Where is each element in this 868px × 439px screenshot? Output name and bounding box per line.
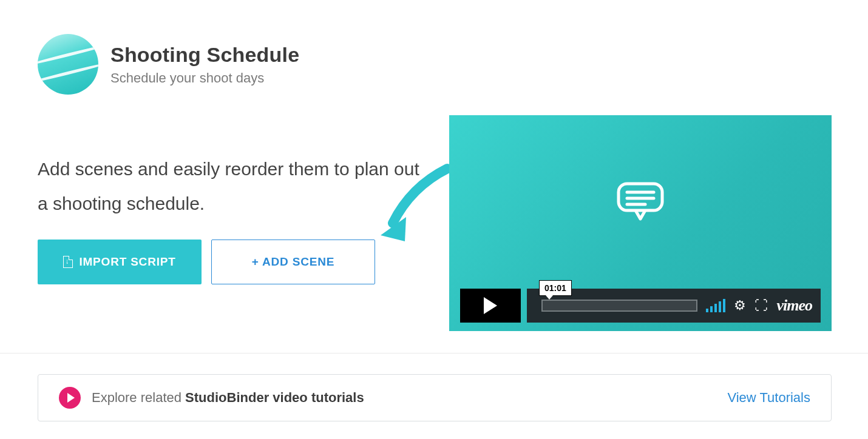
document-import-icon [63,256,73,268]
main-area: Add scenes and easily reorder them to pl… [38,115,832,333]
svg-marker-0 [381,217,406,241]
page-header: Shooting Schedule Schedule your shoot da… [38,34,299,95]
banner-strong: StudioBinder video tutorials [185,390,364,405]
shooting-schedule-logo [38,34,98,95]
video-time-tooltip: 01:01 [539,280,572,296]
video-play-button[interactable] [460,289,521,323]
video-control-bar: 01:01 ⚙ ⛶ vimeo [527,289,821,323]
import-script-button[interactable]: IMPORT SCRIPT [38,240,202,284]
header-text: Shooting Schedule Schedule your shoot da… [110,43,299,86]
description-text: Add scenes and easily reorder them to pl… [38,152,432,221]
add-scene-label: + ADD SCENE [252,255,334,269]
video-controls: 01:01 ⚙ ⛶ vimeo [460,289,821,323]
add-scene-button[interactable]: + ADD SCENE [211,240,375,284]
banner-play-icon [59,387,81,409]
fullscreen-icon[interactable]: ⛶ [754,298,768,313]
settings-gear-icon[interactable]: ⚙ [734,298,746,313]
video-progress-bar[interactable]: 01:01 [541,300,697,312]
volume-icon[interactable] [706,299,725,312]
vimeo-logo[interactable]: vimeo [776,297,812,315]
section-divider [0,353,868,354]
page-subtitle: Schedule your shoot days [110,70,299,86]
banner-text: Explore related StudioBinder video tutor… [92,390,364,406]
import-script-label: IMPORT SCRIPT [79,255,175,269]
tutorials-banner: Explore related StudioBinder video tutor… [38,374,832,421]
play-icon [484,297,497,314]
view-tutorials-link[interactable]: View Tutorials [727,390,810,406]
speech-bubble-icon [615,180,666,223]
play-icon [67,393,75,403]
page-title: Shooting Schedule [110,43,299,67]
tutorial-video-thumbnail[interactable]: 01:01 ⚙ ⛶ vimeo [449,115,832,331]
action-button-row: IMPORT SCRIPT + ADD SCENE [38,240,375,284]
banner-prefix: Explore related [92,390,185,405]
